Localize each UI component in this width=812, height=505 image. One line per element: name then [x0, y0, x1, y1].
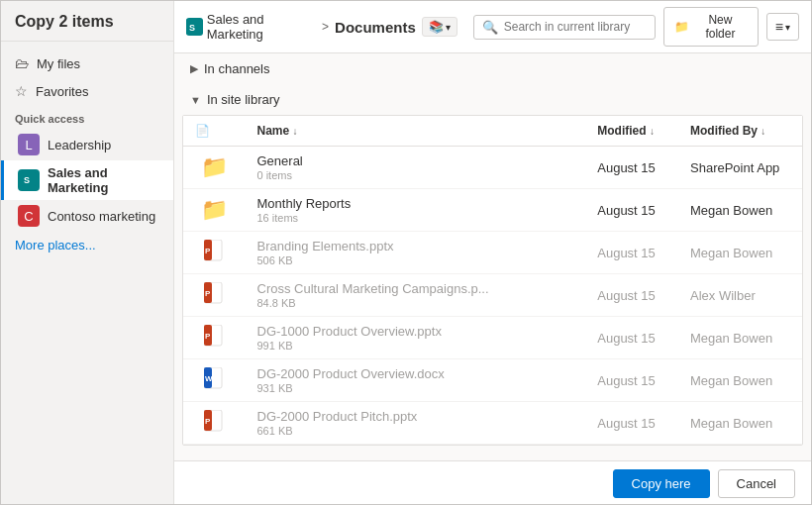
table-row[interactable]: 📁 Monthly Reports 16 items August 15 Meg…	[183, 189, 802, 232]
in-site-library-chevron: ▼	[190, 94, 201, 106]
modified-by-column-header[interactable]: Modified By ↓	[678, 116, 802, 147]
more-places-link[interactable]: More places...	[1, 232, 173, 258]
svg-text:S: S	[24, 175, 30, 185]
table-row[interactable]: P DG-2000 Product Pitch.pptx 661 KB Augu…	[183, 402, 802, 445]
leadership-label: Leadership	[48, 138, 111, 152]
quick-access-label: Quick access	[1, 105, 173, 129]
in-site-library-label: In site library	[207, 92, 280, 107]
file-icon-cell: P	[183, 402, 246, 445]
table-row[interactable]: P Branding Elements.pptx 506 KB August 1…	[183, 232, 802, 274]
table-row[interactable]: P Cross Cultural Marketing Campaigns.p..…	[183, 274, 802, 317]
library-icon: 📚	[429, 20, 444, 34]
breadcrumb-current-folder: Documents	[335, 19, 416, 36]
file-modified: August 15	[585, 359, 678, 402]
more-options-chevron: ▾	[785, 22, 790, 33]
file-icon-cell: P	[183, 317, 246, 359]
svg-text:P: P	[205, 332, 211, 341]
file-name: Monthly Reports	[257, 196, 574, 211]
cancel-button[interactable]: Cancel	[718, 469, 795, 498]
file-modified: August 15	[585, 317, 678, 359]
file-modified: August 15	[585, 232, 678, 274]
breadcrumb-site-name: Sales and Marketing	[207, 12, 316, 42]
file-name: DG-2000 Product Pitch.pptx	[257, 409, 574, 424]
file-meta: 16 items	[257, 212, 574, 224]
table-row[interactable]: 📁 General 0 items August 15 SharePoint A…	[183, 147, 802, 189]
more-options-button[interactable]: ≡ ▾	[766, 13, 799, 41]
file-table: 📄 Name ↓ Modified ↓ Modifie	[183, 116, 802, 445]
breadcrumb-separator: >	[322, 20, 329, 34]
in-channels-header[interactable]: ▶ In channels	[174, 53, 811, 84]
file-list-container: 📄 Name ↓ Modified ↓ Modifie	[182, 115, 803, 446]
library-chevron-icon: ▾	[446, 22, 451, 33]
file-modified: August 15	[585, 189, 678, 232]
leadership-icon: L	[18, 134, 40, 155]
svg-text:P: P	[205, 417, 211, 426]
file-meta: 931 KB	[257, 382, 574, 394]
file-modified: August 15	[585, 147, 678, 189]
sidebar-item-contoso[interactable]: C Contoso marketing	[1, 200, 173, 232]
copy-here-button[interactable]: Copy here	[613, 469, 710, 498]
file-modified-by: Megan Bowen	[678, 232, 802, 274]
my-files-nav[interactable]: 🗁 My files	[1, 50, 173, 77]
name-column-header[interactable]: Name ↓	[246, 116, 586, 147]
in-channels-label: In channels	[204, 61, 270, 76]
file-icon-cell: 📁	[183, 189, 246, 232]
file-type-icon: 📄	[195, 124, 210, 138]
dialog-title: Copy 2 items	[1, 1, 173, 42]
svg-text:W: W	[205, 374, 213, 383]
in-site-library-section: ▼ In site library 📄 Name ↓	[174, 84, 811, 446]
file-name-cell: DG-1000 Product Overview.pptx 991 KB	[246, 317, 586, 359]
pptx-icon: P	[204, 246, 224, 265]
table-header-row: 📄 Name ↓ Modified ↓ Modifie	[183, 116, 802, 147]
file-modified-by: Megan Bowen	[678, 189, 802, 232]
right-panel: S Sales and Marketing > Documents 📚 ▾ 🔍 …	[174, 1, 811, 505]
table-row[interactable]: W DG-2000 Product Overview.docx 931 KB A…	[183, 359, 802, 402]
contoso-label: Contoso marketing	[48, 209, 155, 224]
sidebar-item-leadership[interactable]: L Leadership	[1, 129, 173, 160]
new-folder-icon: 📁	[674, 20, 689, 34]
left-panel: Copy 2 items 🗁 My files ☆ Favorites Quic…	[1, 1, 174, 505]
favorites-label: Favorites	[36, 84, 88, 99]
file-meta: 84.8 KB	[257, 297, 574, 309]
table-row[interactable]: P DG-1000 Product Overview.pptx 991 KB A…	[183, 317, 802, 359]
file-name-cell: DG-2000 Product Pitch.pptx 661 KB	[246, 402, 586, 445]
name-sort-icon: ↓	[293, 126, 298, 137]
site-icon: S	[186, 18, 203, 36]
leadership-icon-text: L	[25, 138, 32, 152]
file-name-cell: Branding Elements.pptx 506 KB	[246, 232, 586, 274]
folder-icon: 📁	[201, 154, 228, 179]
file-icon-cell: P	[183, 232, 246, 274]
file-meta: 506 KB	[257, 254, 574, 266]
pptx-icon: P	[204, 416, 224, 436]
pptx-icon: P	[204, 288, 224, 308]
file-modified-by: Alex Wilber	[678, 274, 802, 317]
file-name-cell: Monthly Reports 16 items	[246, 189, 586, 232]
sales-icon-text: S	[22, 172, 36, 189]
sales-marketing-label: Sales and Marketing	[48, 165, 159, 195]
sidebar-item-sales-marketing[interactable]: S Sales and Marketing	[1, 160, 173, 200]
file-modified-by: Megan Bowen	[678, 359, 802, 402]
new-folder-button[interactable]: 📁 New folder	[663, 7, 759, 47]
in-site-library-header[interactable]: ▼ In site library	[174, 84, 811, 115]
favorites-nav[interactable]: ☆ Favorites	[1, 77, 173, 105]
library-view-toggle[interactable]: 📚 ▾	[422, 17, 457, 37]
file-meta: 0 items	[257, 169, 574, 181]
breadcrumb-site[interactable]: S Sales and Marketing	[186, 12, 316, 42]
file-name-cell: DG-2000 Product Overview.docx 931 KB	[246, 359, 586, 402]
file-modified: August 15	[585, 274, 678, 317]
svg-text:P: P	[205, 247, 211, 255]
svg-text:P: P	[205, 289, 211, 298]
search-input[interactable]	[504, 20, 647, 34]
new-folder-label: New folder	[693, 13, 748, 41]
sales-icon: S	[18, 169, 40, 191]
search-icon: 🔍	[482, 20, 498, 35]
folder-icon: 📁	[201, 197, 228, 222]
file-meta: 991 KB	[257, 340, 574, 352]
search-box[interactable]: 🔍	[473, 15, 656, 40]
file-name-cell: General 0 items	[246, 147, 586, 189]
file-icon-cell: 📁	[183, 147, 246, 189]
more-options-icon: ≡	[775, 19, 783, 35]
modified-sort-icon: ↓	[650, 126, 655, 137]
modified-column-header[interactable]: Modified ↓	[585, 116, 678, 147]
file-icon-cell: P	[183, 274, 246, 317]
